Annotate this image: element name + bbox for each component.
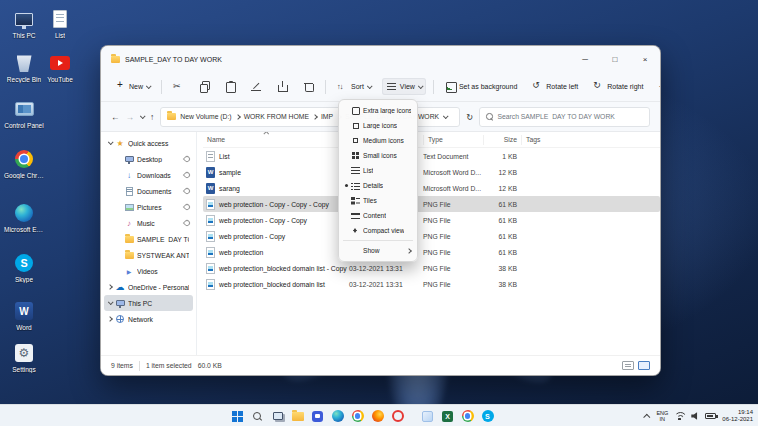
battery-icon[interactable] bbox=[705, 413, 716, 419]
see-more-button[interactable]: ··· bbox=[654, 79, 661, 94]
excel-button[interactable] bbox=[440, 409, 455, 424]
minimize-button[interactable]: ─ bbox=[570, 46, 600, 72]
language-indicator[interactable]: ENG IN bbox=[656, 410, 668, 423]
sidebar-item-downloads[interactable]: Downloads bbox=[104, 167, 193, 183]
sidebar-item-onedrive[interactable]: OneDrive - Personal bbox=[104, 279, 193, 295]
title-bar[interactable]: SAMPLE_DAY TO DAY WORK ─ □ × bbox=[101, 46, 660, 72]
file-row[interactable]: web protection - Copy - Copy PNG File 61… bbox=[203, 212, 660, 228]
chrome-button[interactable] bbox=[350, 409, 365, 424]
file-row[interactable]: web protection_blocked domain list 03-12… bbox=[203, 276, 660, 292]
file-row[interactable]: sarang Microsoft Word D... 12 KB bbox=[203, 180, 660, 196]
maximize-button[interactable]: □ bbox=[600, 46, 630, 72]
menu-item-medium-icons[interactable]: Medium icons bbox=[342, 133, 414, 148]
sidebar-item-network[interactable]: Network bbox=[104, 311, 193, 327]
sidebar-item-systweak-antivirus[interactable]: SYSTWEAK ANTIVI bbox=[104, 247, 193, 263]
task-view-button[interactable] bbox=[270, 409, 285, 424]
sidebar-item-quick-access[interactable]: Quick access bbox=[104, 135, 193, 151]
breadcrumb-item[interactable]: WORK FROM HOME bbox=[244, 113, 309, 120]
sidebar-item-desktop[interactable]: Desktop bbox=[104, 151, 193, 167]
desktop-icon-word[interactable]: Word bbox=[4, 300, 44, 331]
menu-item-small-icons[interactable]: Small icons bbox=[342, 148, 414, 163]
file-row[interactable]: web protection_blocked domain list - Cop… bbox=[203, 260, 660, 276]
search-input[interactable] bbox=[497, 113, 643, 120]
menu-item-large-icons[interactable]: Large icons bbox=[342, 118, 414, 133]
edge-button[interactable] bbox=[330, 409, 345, 424]
menu-item-tiles[interactable]: Tiles bbox=[342, 193, 414, 208]
browser-button[interactable] bbox=[460, 409, 475, 424]
menu-item-details[interactable]: Details bbox=[342, 178, 414, 193]
sidebar-item-documents[interactable]: Documents bbox=[104, 183, 193, 199]
search-box[interactable] bbox=[479, 107, 650, 127]
file-row-selected[interactable]: web protection - Copy - Copy - Copy PNG … bbox=[203, 196, 660, 212]
column-header-name[interactable]: Name bbox=[203, 135, 349, 145]
refresh-button[interactable]: ↻ bbox=[466, 112, 473, 122]
back-button[interactable]: ← bbox=[111, 112, 120, 122]
search-icon bbox=[486, 113, 493, 120]
forward-button[interactable]: → bbox=[126, 112, 135, 122]
desktop-icon-control-panel[interactable]: Control Panel bbox=[4, 98, 44, 129]
thumbnail-view-toggle[interactable] bbox=[638, 361, 650, 370]
details-view-toggle[interactable] bbox=[622, 361, 634, 370]
copy-button[interactable] bbox=[195, 78, 214, 95]
file-row[interactable]: List Text Document 1 KB bbox=[203, 148, 660, 164]
skype-button[interactable] bbox=[480, 409, 495, 424]
sidebar-item-sample-day-to-day[interactable]: SAMPLE_DAY TO D bbox=[104, 231, 193, 247]
copy-icon bbox=[199, 81, 210, 92]
sidebar-item-videos[interactable]: Videos bbox=[104, 263, 193, 279]
desktop-icon-skype[interactable]: Skype bbox=[4, 252, 44, 283]
folder-icon bbox=[124, 234, 134, 244]
cut-button[interactable] bbox=[169, 78, 188, 95]
view-button[interactable]: View bbox=[382, 78, 426, 95]
desktop-icon-recycle-bin[interactable]: Recycle Bin bbox=[4, 52, 44, 83]
column-header-size[interactable]: Size bbox=[483, 135, 521, 145]
file-row[interactable]: sample Microsoft Word D... 12 KB bbox=[203, 164, 660, 180]
opera-button[interactable] bbox=[390, 409, 405, 424]
menu-item-list[interactable]: List bbox=[342, 163, 414, 178]
desktop-icon-this-pc[interactable]: This PC bbox=[4, 8, 44, 39]
desktop-icon-youtube[interactable]: YouTube bbox=[40, 52, 80, 83]
new-button[interactable]: New bbox=[111, 78, 154, 95]
breadcrumb-item[interactable]: New Volume (D:) bbox=[180, 113, 231, 120]
share-button[interactable] bbox=[273, 78, 292, 95]
clock[interactable]: 19:14 06-12-2021 bbox=[722, 409, 753, 423]
rename-button[interactable] bbox=[247, 78, 266, 95]
sidebar-item-pictures[interactable]: Pictures bbox=[104, 199, 193, 215]
column-header-type[interactable]: Type bbox=[423, 135, 483, 145]
file-explorer-button[interactable] bbox=[290, 409, 305, 424]
photos-button[interactable] bbox=[420, 409, 435, 424]
downloads-icon bbox=[124, 170, 134, 180]
start-button[interactable] bbox=[230, 409, 245, 424]
taskbar-search-button[interactable] bbox=[250, 409, 265, 424]
desktop-icon-edge[interactable]: Microsoft Edge bbox=[4, 202, 44, 233]
volume-icon[interactable] bbox=[691, 412, 699, 420]
desktop-icon-chrome[interactable]: Google Chrome bbox=[4, 148, 44, 179]
wifi-icon[interactable] bbox=[674, 412, 685, 420]
sidebar-item-music[interactable]: Music bbox=[104, 215, 193, 231]
rotate-left-button[interactable]: Rotate left bbox=[528, 78, 582, 95]
menu-item-show[interactable]: Show bbox=[342, 243, 414, 258]
desktop-icon-file[interactable]: List bbox=[40, 8, 80, 39]
address-dropdown-chevron[interactable] bbox=[443, 113, 449, 119]
sidebar-item-this-pc[interactable]: This PC bbox=[104, 295, 193, 311]
column-header-tags[interactable]: Tags bbox=[521, 135, 561, 145]
pin-icon bbox=[183, 220, 189, 226]
paste-button[interactable] bbox=[221, 78, 240, 95]
menu-item-compact-view[interactable]: Compact view bbox=[342, 223, 414, 238]
set-as-background-button[interactable]: Set as background bbox=[441, 78, 521, 95]
teams-chat-button[interactable] bbox=[310, 409, 325, 424]
firefox-button[interactable] bbox=[370, 409, 385, 424]
breadcrumb-item[interactable]: IMP bbox=[321, 113, 333, 120]
close-button[interactable]: × bbox=[630, 46, 660, 72]
rotate-right-button[interactable]: Rotate right bbox=[589, 78, 647, 95]
recent-locations-chevron[interactable] bbox=[140, 113, 146, 119]
menu-item-content[interactable]: Content bbox=[342, 208, 414, 223]
file-row[interactable]: web protection - Copy PNG File 61 KB bbox=[203, 228, 660, 244]
desktop-icon-settings[interactable]: Settings bbox=[4, 342, 44, 373]
teams-chat-icon bbox=[312, 411, 323, 422]
sort-button[interactable]: Sort bbox=[333, 78, 375, 95]
menu-item-extra-large-icons[interactable]: Extra large icons bbox=[342, 103, 414, 118]
delete-button[interactable] bbox=[299, 78, 318, 95]
file-row[interactable]: web protection PNG File 61 KB bbox=[203, 244, 660, 260]
up-button[interactable]: ↑ bbox=[150, 112, 154, 122]
hidden-icons-chevron[interactable] bbox=[644, 413, 651, 420]
